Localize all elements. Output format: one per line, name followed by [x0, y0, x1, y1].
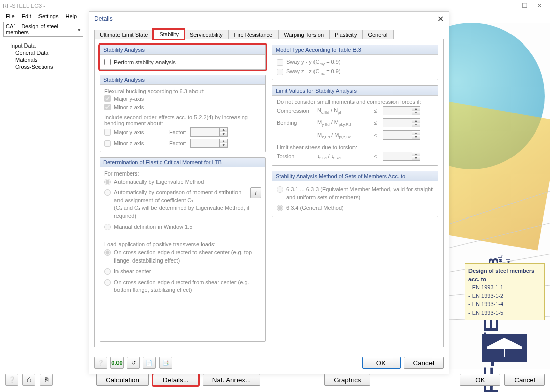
dialog-tabbar: Ultimate Limit State Stability Serviceab…	[89, 28, 449, 39]
dialog-cancel-button[interactable]: Cancel	[404, 357, 444, 369]
bottom-button-bar: ❔ ⎙ ⎘ Calculation Details... Nat. Annex.…	[0, 373, 550, 387]
details-dialog: Details ✕ Ultimate Limit State Stability…	[89, 11, 449, 374]
limit-intro: Do not consider small moments and compre…	[277, 99, 434, 105]
comp-label: Compression	[277, 108, 315, 114]
details-button[interactable]: Details...	[153, 374, 199, 386]
dialog-ok-button[interactable]: OK	[362, 357, 401, 369]
reset-icon[interactable]: ↺	[127, 357, 140, 369]
right-column: Model Type According to Table B.3 Sway y…	[272, 45, 438, 342]
load-center-radio[interactable]: In shear center	[104, 266, 261, 277]
group-body: Flexural buckling according to 6.3 about…	[100, 85, 265, 152]
info-heading: Design of steel members acc. to	[468, 267, 541, 283]
bend-ratio-z: Mz,Ed / Mpl,z,Rd	[317, 132, 372, 139]
group-method: Stability Analysis Method of Sets of Mem…	[272, 171, 438, 217]
tab-general[interactable]: General	[362, 30, 393, 39]
nat-annex-button[interactable]: Nat. Annex...	[203, 374, 260, 386]
perform-stability-checkbox[interactable]: Perform stability analysis	[104, 58, 261, 66]
tab-stability[interactable]: Stability	[153, 29, 184, 39]
calculation-button[interactable]: Calculation	[96, 374, 149, 386]
group-header: Stability Analysis Method of Sets of Mem…	[272, 171, 438, 181]
factor-z-input[interactable]: ▲▼	[190, 139, 228, 148]
tree-item-materials[interactable]: Materials	[5, 56, 85, 63]
sway-y-checkbox[interactable]: Sway y - y (Cmy = 0.9)	[277, 58, 434, 67]
tab-ultimate[interactable]: Ultimate Limit State	[94, 30, 153, 39]
info-box: Design of steel members acc. to - EN 199…	[465, 263, 545, 320]
case-dropdown-value: CA1 - Design of steel members	[6, 23, 78, 35]
dialog-title-bar: Details ✕	[89, 12, 449, 26]
menu-file[interactable]: File	[3, 12, 18, 20]
tab-warping[interactable]: Warping Torsion	[278, 30, 329, 39]
group-body: Do not consider small moments and compre…	[272, 96, 438, 165]
group-body: 6.3.1 ... 6.3.3 (Equivalent Member Metho…	[272, 181, 438, 216]
window-title-bar: RF-STEEL EC3 - — ☐ ✕	[0, 0, 550, 11]
tab-plasticity[interactable]: Plasticity	[329, 30, 362, 39]
ltb-eigen-radio[interactable]: Automatically by Eigenvalue Method	[104, 177, 261, 187]
tree-item-general[interactable]: General Data	[5, 49, 85, 56]
factor-label: Factor:	[169, 140, 186, 146]
leq-label: ≤	[374, 120, 381, 126]
ltb-compare-radio[interactable]: Automatically by comparison of moment di…	[104, 187, 250, 222]
dialog-content: Stability Analysis Perform stability ana…	[94, 39, 444, 347]
tab-fire[interactable]: Fire Resistance	[228, 30, 278, 39]
group-ltb: Determination of Elastic Critical Moment…	[100, 157, 266, 342]
method-equivalent-radio[interactable]: 6.3.1 ... 6.3.3 (Equivalent Member Metho…	[277, 184, 434, 203]
bend-ratio-y: My,Ed / Mpl,y,Rd	[317, 119, 372, 127]
window-controls: — ☐ ✕	[506, 2, 547, 9]
info-icon[interactable]: i	[250, 187, 261, 198]
group-header: Determination of Elastic Critical Moment…	[100, 158, 265, 167]
torsion-input[interactable]: ▲▼	[383, 152, 420, 161]
bend-z-input[interactable]: ▲▼	[383, 130, 420, 140]
menu-edit[interactable]: Edit	[19, 12, 34, 20]
flexural-label: Flexural buckling according to 6.3 about…	[104, 88, 261, 94]
menu-settings[interactable]: Settings	[35, 12, 62, 20]
bridge-logo-icon	[482, 334, 527, 362]
minimize-icon[interactable]: —	[506, 2, 513, 9]
second-order-label: Include second-order effects acc. to 5.2…	[104, 114, 261, 126]
doc1-icon[interactable]: 📄	[143, 357, 156, 369]
tree-root[interactable]: Input Data	[5, 42, 85, 49]
group-header: Model Type According to Table B.3	[272, 45, 438, 55]
menu-help[interactable]: Help	[62, 12, 80, 20]
checkbox-input[interactable]	[104, 59, 111, 65]
group-header: Limit Values for Stability Analysis	[272, 86, 438, 96]
close-icon[interactable]: ✕	[537, 2, 542, 9]
leq-label: ≤	[374, 108, 381, 114]
left-column: Stability Analysis Perform stability ana…	[100, 45, 266, 342]
sway-z-checkbox[interactable]: Sway z - z (Cmz = 0.9)	[277, 67, 434, 77]
load-top-radio[interactable]: On cross-section edge directed to shear …	[104, 247, 261, 266]
ok-button[interactable]: OK	[460, 374, 500, 386]
bend-y-input[interactable]: ▲▼	[383, 118, 420, 127]
tab-serviceability[interactable]: Serviceability	[184, 30, 228, 39]
minor-z-checkbox[interactable]: Minor z-axis	[104, 103, 261, 111]
tree-item-crosssections[interactable]: Cross-Sections	[5, 63, 85, 70]
import-icon[interactable]: ⎘	[40, 374, 53, 386]
ltb-manual-radio[interactable]: Manual definition in Window 1.5	[104, 222, 261, 232]
minor-z2-checkbox[interactable]: Minor z-axis	[104, 139, 165, 148]
method-general-radio[interactable]: 6.3.4 (General Method)	[277, 203, 434, 213]
leq-label: ≤	[374, 132, 381, 138]
load-app-label: Load application of positive transverse …	[104, 241, 261, 247]
bend-label: Bending	[277, 120, 315, 126]
group-model-type: Model Type According to Table B.3 Sway y…	[272, 45, 438, 80]
load-bottom-radio[interactable]: On cross-section edge directed from shea…	[104, 277, 261, 296]
major-y-checkbox[interactable]: Major y-axis	[104, 94, 261, 103]
group-header: Stability Analysis	[100, 45, 265, 55]
close-icon[interactable]: ✕	[437, 14, 444, 24]
help-icon[interactable]: ❔	[94, 357, 107, 369]
help-icon[interactable]: ❔	[5, 374, 18, 386]
export-icon[interactable]: ⎙	[22, 374, 35, 386]
case-dropdown[interactable]: CA1 - Design of steel members	[3, 22, 83, 37]
factor-y-input[interactable]: ▲▼	[190, 127, 228, 137]
comp-input[interactable]: ▲▼	[383, 106, 420, 115]
doc2-icon[interactable]: 📑	[159, 357, 172, 369]
cancel-button[interactable]: Cancel	[504, 374, 545, 386]
chevron-down-icon	[78, 26, 81, 32]
torsion-label: Torsion	[277, 153, 315, 159]
dialog-title: Details	[94, 15, 113, 22]
maximize-icon[interactable]: ☐	[522, 2, 528, 9]
window-title: RF-STEEL EC3 -	[3, 3, 45, 9]
comp-ratio: Nc,Ed / Npl	[317, 107, 372, 115]
graphics-button[interactable]: Graphics	[324, 374, 370, 386]
major-y2-checkbox[interactable]: Major y-axis	[104, 128, 165, 137]
units-icon[interactable]: 0.00	[110, 357, 124, 369]
